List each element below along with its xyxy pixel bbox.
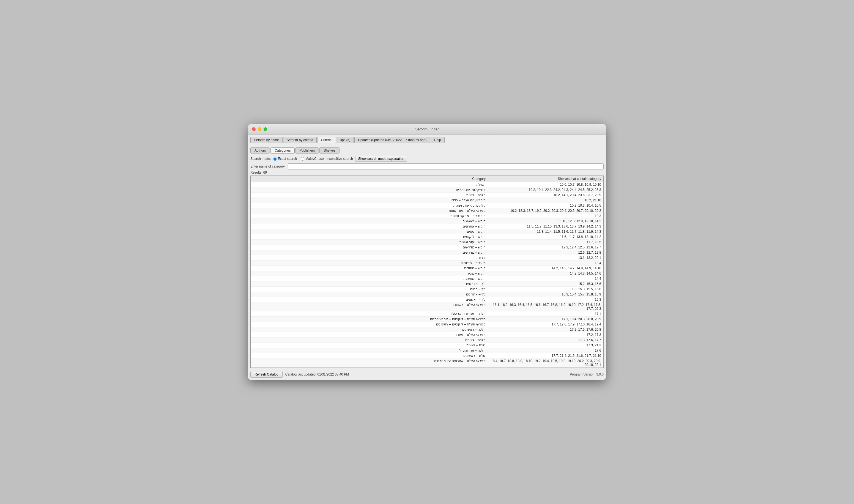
cell-category: היסטוריה – מחקר ושונות — [251, 214, 488, 218]
cell-shelves: 15.3 — [488, 297, 603, 302]
cell-shelves: 10.6, 10.7, 10.8, 10.9, 10.10 — [488, 182, 603, 187]
sub-tab-shelves[interactable]: Shelves — [320, 147, 340, 154]
table-row[interactable]: מפרשי הש"ס – ראשונים16.1, 16.2, 16.3, 16… — [251, 302, 603, 311]
cell-shelves: 17.1 — [488, 311, 603, 317]
malei-search-label: Malei/Chaseir Insensitive search — [305, 157, 353, 161]
table-row[interactable]: נ"ך – סטים11.8, 15.3, 15.5, 15.8 — [251, 287, 603, 292]
sub-tab-categories[interactable]: Categories — [270, 147, 295, 154]
exact-search-label: Exact search — [278, 157, 297, 161]
malei-search-option[interactable]: Malei/Chaseir Insensitive search — [301, 157, 353, 161]
sub-tab-authors[interactable]: Authors — [250, 147, 270, 154]
table-row[interactable]: חומש – עזר ושונות11.7, 13.5 — [251, 240, 603, 245]
search-mode-row: Search mode: Exact search Malei/Chaseir … — [250, 156, 604, 162]
table-row[interactable]: חומש – מחשבה14.4 — [251, 276, 603, 282]
table-row[interactable]: הלכה – שונות10.2, 14.1, 20.4, 23.6, 23.7… — [251, 193, 603, 198]
table-row[interactable]: שו"ת – ראשונים17.7, 21.4, 21.5, 21.6, 21… — [251, 353, 603, 358]
table-row[interactable]: הלכה – אחרונים יו"ד17.6 — [251, 348, 603, 353]
cell-category: חומש – מדרשים — [251, 245, 488, 250]
cell-category: הלכה – אחרונים יו"ד — [251, 348, 488, 353]
cell-shelves: 12.3, 12.4, 12.5, 12.6, 12.7 — [488, 245, 603, 250]
cell-category: חומש – אחרונים — [251, 224, 488, 229]
sub-tab-publishers[interactable]: Publishers — [295, 147, 319, 154]
cell-category: הלכה – שונות — [251, 193, 488, 198]
table-row[interactable]: מפרשי הש"ס – אחרונים על מסרחות18.4, 18.7… — [251, 358, 603, 367]
cell-shelves: 10.2, 14.1, 20.4, 23.6, 23.7, 23.9 — [488, 193, 603, 198]
cell-category: חומש – סטים — [251, 229, 488, 234]
table-row[interactable]: מפרשי הש"ס – ליקוטים -- ראשונים17.7, 17.… — [251, 322, 603, 327]
cell-category: חומש – מדרשים — [251, 250, 488, 255]
results-table: Category Shelves that contain category ת… — [250, 176, 604, 368]
table-row[interactable]: תפילה10.6, 10.7, 10.8, 10.9, 10.10 — [251, 182, 603, 187]
cell-category: חומש – חסידות — [251, 266, 488, 271]
close-button[interactable] — [252, 127, 256, 131]
category-search-input[interactable] — [288, 163, 604, 169]
cell-category: הלכה – ראשונים — [251, 327, 488, 332]
table-row[interactable]: מוסר ועניני אגדה – כללי10.2, 21.10 — [251, 198, 603, 203]
table-row[interactable]: מפרשי הש"ס – ליקוטים -- אחרוני זמנינו17.… — [251, 317, 603, 322]
refresh-button[interactable]: Refresh Catalog — [250, 371, 283, 378]
main-tab-bar: Seforim by name Seforim by criteria Crit… — [250, 137, 604, 143]
search-mode-label: Search mode: — [250, 157, 271, 161]
table-row[interactable]: נ"ך – מדרשים15.2, 15.3, 15.6 — [251, 282, 603, 287]
cell-category: מפרשי הש"ס – עזר ושונות — [251, 208, 488, 213]
bottom-bar: Refresh Catalog Catalog last updated: 01… — [250, 370, 604, 378]
traffic-lights — [252, 127, 267, 131]
tab-updates[interactable]: Updates (updated 03/13/2022 – 7 months a… — [355, 137, 430, 143]
malei-search-radio[interactable] — [301, 157, 304, 161]
table-row[interactable]: חומש – מוסר14.2, 14.3, 14.5, 14.6 — [251, 271, 603, 276]
exact-search-radio[interactable] — [273, 157, 277, 161]
table-row[interactable]: חומש – מדרשים12.3, 12.4, 12.5, 12.6, 12.… — [251, 245, 603, 250]
cell-shelves: 14.2, 14.3, 14.5, 14.6 — [488, 271, 603, 276]
cell-shelves: 12.6, 12.7, 12.8 — [488, 250, 603, 255]
table-row[interactable]: אנציקלופדיות וכללים10.2, 19.4, 22.3, 24.… — [251, 187, 603, 193]
sub-tab-bar: Authors Categories Publishers Shelves — [250, 147, 604, 154]
table-row[interactable]: מפרשי הש"ס – עזר ושונות10.2, 18.3, 18.7,… — [251, 208, 603, 214]
table-row[interactable]: חומש – סטים11.3, 11.4, 11.5, 11.6, 11.7,… — [251, 229, 603, 234]
table-row[interactable]: חומש – אחרונים11.5, 11.7, 11.10, 13.3, 1… — [251, 224, 603, 229]
table-row[interactable]: חומש – חסידות14.2, 14.3, 14.7, 14.8, 14.… — [251, 266, 603, 271]
minimize-button[interactable] — [258, 127, 261, 131]
exact-search-option[interactable]: Exact search — [273, 157, 297, 161]
cell-shelves: 17.1, 19.4, 20.3, 20.8, 20.9 — [488, 317, 603, 322]
version-info: Program Version: 3.0.0 — [570, 373, 604, 376]
table-row[interactable]: ירחונים13.1, 13.2, 20.1 — [251, 255, 603, 260]
cell-category: אנציקלופדיות וכללים — [251, 187, 488, 192]
cell-shelves: 17.7, 17.8, 17.9, 17.10, 18.4, 19.4 — [488, 322, 603, 327]
cell-category: חומש – עזר ושונות — [251, 240, 488, 245]
cell-shelves: 11.5, 11.7, 11.10, 13.3, 13.6, 13.7, 13.… — [488, 224, 603, 229]
cell-shelves: 13.4 — [488, 260, 603, 266]
table-row[interactable]: מועדים – חידושים13.4 — [251, 260, 603, 266]
cell-shelves: 17.3, 17.6, 17.7 — [488, 338, 603, 343]
cell-category: חומש – מחשבה — [251, 276, 488, 281]
cell-category: חומש – ראשונים — [251, 219, 488, 224]
table-row[interactable]: הלכה – גאונים17.3, 17.6, 17.7 — [251, 338, 603, 343]
tab-help[interactable]: Help — [431, 137, 444, 143]
cell-shelves: 10.2, 10.3, 10.4, 10.5 — [488, 203, 603, 208]
table-row[interactable]: חומש – ליקוטים11.6, 11.7, 13.8, 13.10, 1… — [251, 234, 603, 240]
cell-category: מפרשי הש"ס – אחרונים על מסרחות — [251, 358, 488, 367]
tab-seforim-by-criteria[interactable]: Seforim by criteria — [283, 137, 317, 143]
table-row[interactable]: מפרשי הש"ס – גאונים17.2, 17.3 — [251, 332, 603, 338]
table-row[interactable]: הלכה – ראשונים17.2, 17.5, 17.6, 20.8 — [251, 327, 603, 332]
cell-category: מפרשי הש"ס – גאונים — [251, 332, 488, 337]
table-row[interactable]: חומש – ראשונים11.10, 12.8, 12.9, 12.10, … — [251, 219, 603, 224]
table-row[interactable]: נ"ך – אחרונים15.3, 15.4, 15.7, 15.8, 15.… — [251, 292, 603, 297]
cell-category: חומש – מוסר — [251, 271, 488, 276]
table-row[interactable]: חומש – מדרשים12.6, 12.7, 12.8 — [251, 250, 603, 255]
table-row[interactable]: שו"ת – גאונים17.3, 21.3 — [251, 343, 603, 348]
cell-shelves: 10.2, 19.4, 22.3, 24.2, 24.3, 24.4, 24.5… — [488, 187, 603, 192]
tab-tips[interactable]: Tips (6) — [335, 137, 354, 143]
table-row[interactable]: היסטוריה – מחקר ושונות10.3 — [251, 214, 603, 219]
maximize-button[interactable] — [264, 127, 267, 131]
cell-shelves: 13.1, 13.2, 20.1 — [488, 255, 603, 260]
tab-seforim-by-name[interactable]: Seforim by name — [250, 137, 283, 143]
table-row[interactable]: נ"ך – ראשונים15.3 — [251, 297, 603, 302]
explain-button[interactable]: Show search mode explanation — [355, 156, 407, 162]
tab-divider — [250, 146, 604, 146]
tab-criteria[interactable]: Criteria — [317, 137, 335, 143]
col-header-shelves: Shelves that contain category — [488, 176, 603, 182]
table-row[interactable]: מלונים, כלי עזר, ושונות10.2, 10.3, 10.4,… — [251, 203, 603, 208]
table-row[interactable]: הלכה – אחרונים אבהע"ז17.1 — [251, 311, 603, 317]
input-row: Enter name of category: — [250, 163, 604, 169]
cell-category: מפרשי הש"ס – ליקוטים -- ראשונים — [251, 322, 488, 327]
